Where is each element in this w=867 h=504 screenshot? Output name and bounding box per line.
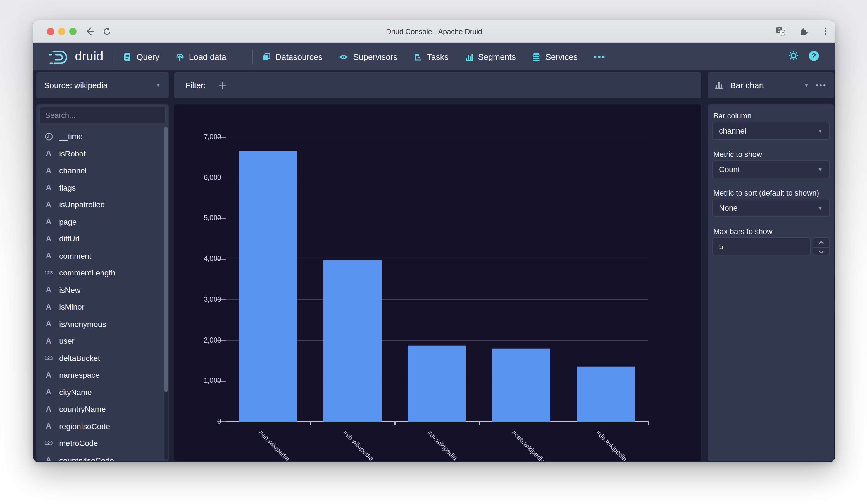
field-row-__time[interactable]: __time (36, 128, 169, 145)
svg-text:文: 文 (781, 31, 785, 35)
field-row-channel[interactable]: Achannel (36, 162, 169, 179)
search-input[interactable] (39, 107, 166, 124)
bar-#en.wikipedia[interactable] (239, 151, 297, 422)
screen: Druid Console - Apache Druid G文 druid (0, 0, 867, 504)
field-sidebar: __timeAisRobotAchannelAflagsAisUnpatroll… (36, 105, 169, 461)
string-type-icon: A (42, 388, 55, 396)
x-axis-label: #sh.wikipedia (341, 429, 375, 461)
content-area: Source: wikipedia ▼ Filter: Bar chart ▼ … (33, 70, 835, 462)
nav-item-datasources[interactable]: Datasources (262, 52, 322, 62)
bar-chart-panel: 01,0002,0003,0004,0005,0006,0007,000#en.… (174, 105, 701, 461)
field-name: commentLength (59, 268, 115, 277)
druid-logo[interactable]: druid (47, 48, 104, 65)
nav-item-services[interactable]: Services (532, 52, 578, 62)
viz-controls-panel: Bar column channel ▼ Metric to show Coun… (708, 105, 834, 461)
scrollbar-thumb[interactable] (164, 127, 168, 392)
bar-#ceb.wikipedia[interactable] (492, 348, 550, 422)
bar-chart-icon (715, 81, 725, 89)
nav-item-query[interactable]: Query (123, 52, 160, 62)
load-data-icon (176, 52, 185, 61)
field-name: isNew (59, 286, 81, 294)
browser-titlebar: Druid Console - Apache Druid G文 (33, 20, 835, 43)
viz-type-select[interactable]: Bar chart ▼ ••• (708, 72, 834, 98)
y-axis-label: 2,000 (174, 336, 221, 344)
field-row-page[interactable]: Apage (36, 213, 169, 230)
field-name: regionIsoCode (59, 422, 110, 431)
kebab-menu-icon[interactable] (820, 25, 832, 37)
field-row-namespace[interactable]: Anamespace (36, 366, 169, 384)
help-icon[interactable]: ? (809, 50, 820, 63)
field-row-isUnpatrolled[interactable]: AisUnpatrolled (36, 196, 169, 213)
field-row-isNew[interactable]: AisNew (36, 281, 169, 298)
field-row-metroCode[interactable]: 123metroCode (36, 435, 169, 452)
field-row-commentLength[interactable]: 123commentLength (36, 264, 169, 281)
bar-#sh.wikipedia[interactable] (323, 260, 382, 422)
field-name: namespace (59, 371, 100, 380)
y-axis-label: 7,000 (174, 133, 221, 141)
field-name: metroCode (59, 439, 98, 448)
field-row-diffUrl[interactable]: AdiffUrl (36, 230, 169, 247)
field-name: __time (59, 132, 83, 141)
string-type-icon: A (42, 167, 55, 175)
field-row-countryName[interactable]: AcountryName (36, 401, 169, 418)
field-row-countryIsoCode[interactable]: AcountryIsoCode (36, 452, 169, 461)
add-filter-button[interactable] (218, 81, 228, 90)
string-type-icon: A (42, 235, 55, 243)
filter-bar: Filter: (174, 72, 701, 98)
field-row-cityName[interactable]: AcityName (36, 384, 169, 401)
translate-icon[interactable]: G文 (774, 25, 786, 37)
stepper-up-button[interactable] (813, 238, 829, 247)
field-row-isAnonymous[interactable]: AisAnonymous (36, 315, 169, 332)
stepper-down-button[interactable] (813, 247, 829, 256)
bar-column-value: channel (719, 126, 817, 135)
viz-more-button[interactable]: ••• (816, 81, 827, 89)
nav-item-label: Query (137, 52, 160, 62)
bar-#sv.wikipedia[interactable] (408, 345, 466, 422)
metric-value: Count (719, 165, 817, 174)
nav-more-button[interactable]: ••• (594, 52, 606, 62)
field-row-flags[interactable]: Aflags (36, 179, 169, 196)
x-axis-label: #de.wikipedia (595, 429, 629, 461)
time-type-icon (42, 132, 55, 141)
nav-item-supervisors[interactable]: Supervisors (339, 52, 397, 62)
y-axis-label: 0 (174, 417, 221, 425)
field-name: isAnonymous (59, 320, 106, 329)
x-axis-tick (395, 421, 396, 425)
field-name: isRobot (59, 149, 86, 158)
field-row-isMinor[interactable]: AisMinor (36, 298, 169, 315)
chevron-down-icon: ▼ (804, 82, 809, 88)
max-bars-input[interactable] (712, 237, 811, 255)
filter-label: Filter: (185, 81, 206, 90)
settings-gear-icon[interactable] (788, 50, 799, 63)
y-axis-label: 3,000 (174, 296, 221, 303)
chevron-down-icon: ▼ (817, 128, 823, 134)
nav-item-segments[interactable]: Segments (465, 52, 516, 62)
field-name: page (59, 217, 76, 226)
field-name: countryIsoCode (59, 456, 114, 461)
y-axis-label: 5,000 (174, 214, 221, 222)
x-axis-label: #ceb.wikipedia (510, 429, 547, 461)
x-axis-label: #en.wikipedia (257, 429, 291, 461)
nav-item-tasks[interactable]: Tasks (414, 52, 449, 62)
bar-#de.wikipedia[interactable] (577, 366, 635, 422)
string-type-icon: A (42, 422, 55, 430)
metric-label: Metric to show (713, 150, 762, 159)
tasks-icon (414, 52, 422, 61)
nav-item-load-data[interactable]: Load data (176, 52, 226, 62)
field-row-deltaBucket[interactable]: 123deltaBucket (36, 350, 169, 366)
string-type-icon: A (42, 218, 55, 226)
field-row-user[interactable]: Auser (36, 332, 169, 350)
x-axis-tick (226, 421, 226, 425)
field-name: isUnpatrolled (59, 200, 105, 209)
metric-select[interactable]: Count ▼ (712, 160, 829, 178)
druid-logo-icon (47, 48, 70, 65)
field-row-regionIsoCode[interactable]: AregionIsoCode (36, 418, 169, 435)
bar-column-select[interactable]: channel ▼ (712, 122, 829, 140)
sort-metric-select[interactable]: None ▼ (712, 199, 829, 217)
extensions-icon[interactable] (797, 25, 810, 37)
field-row-comment[interactable]: Acomment (36, 247, 169, 264)
string-type-icon: A (42, 303, 55, 311)
source-select[interactable]: Source: wikipedia ▼ (36, 72, 169, 98)
field-name: user (59, 337, 74, 346)
field-row-isRobot[interactable]: AisRobot (36, 145, 169, 162)
